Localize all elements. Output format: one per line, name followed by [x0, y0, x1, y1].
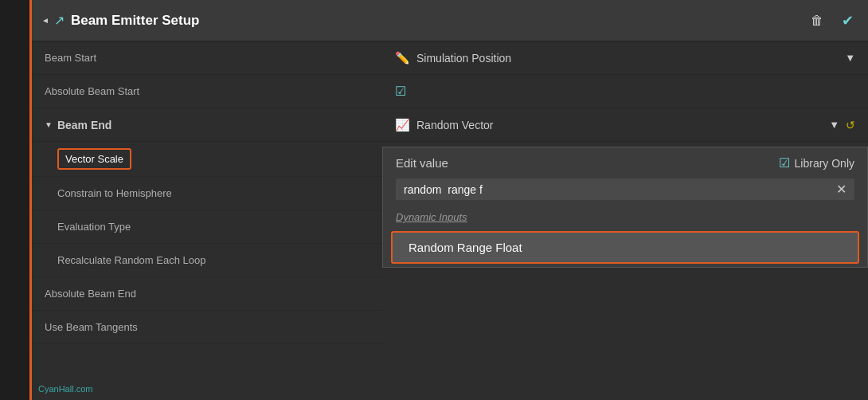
random-vec-dropdown[interactable]: ▼ — [829, 119, 839, 131]
library-only-checkbox[interactable]: ☑ — [779, 155, 790, 171]
header-icon: ↗ — [54, 13, 65, 28]
sim-position-icon: ✏️ — [395, 51, 410, 65]
prop-row-beam-start: Beam Start — [32, 41, 382, 75]
library-only-label: Library Only — [795, 157, 854, 170]
collapse-arrow[interactable]: ◄ — [41, 16, 49, 25]
content-area: Beam Start Absolute Beam Start ▼ Beam En… — [32, 41, 868, 400]
val-row-random-vec: 📈 Random Vector ▼ ↺ — [382, 108, 868, 142]
abs-beam-start-checkbox[interactable]: ☑ — [395, 84, 406, 99]
header-bar: ◄ ↗ Beam Emitter Setup 🗑 ✔ — [32, 0, 868, 41]
prop-label-beam-start: Beam Start — [45, 52, 96, 64]
header-actions: 🗑 ✔ — [806, 10, 858, 32]
prop-label-eval-type: Evaluation Type — [57, 221, 131, 233]
check-button[interactable]: ✔ — [836, 10, 858, 32]
delete-button[interactable]: 🗑 — [806, 10, 828, 32]
val-row-sim-content: ✏️ Simulation Position ▼ — [395, 51, 855, 65]
properties-panel: Beam Start Absolute Beam Start ▼ Beam En… — [32, 41, 382, 400]
section-group-label: Dynamic Inputs — [383, 206, 867, 228]
panel-title: Beam Emitter Setup — [71, 13, 806, 29]
sim-position-dropdown[interactable]: ▼ — [845, 52, 855, 64]
search-bar: ✕ — [396, 178, 854, 200]
prop-row-beam-end: ▼ Beam End — [32, 108, 382, 142]
search-clear-button[interactable]: ✕ — [836, 182, 846, 197]
library-only-section: ☑ Library Only — [779, 155, 854, 171]
prop-row-recalc: Recalculate Random Each Loop — [32, 244, 382, 277]
prop-row-abs-beam-end: Absolute Beam End — [32, 277, 382, 311]
prop-label-beam-tangents: Use Beam Tangents — [45, 321, 138, 333]
val-row-sim-position: ✏️ Simulation Position ▼ — [382, 41, 868, 75]
result-item-random-range-float[interactable]: Random Range Float — [391, 231, 859, 264]
random-vec-undo[interactable]: ↺ — [846, 119, 855, 131]
popup-header: Edit value ☑ Library Only — [383, 147, 867, 178]
prop-row-beam-tangents: Use Beam Tangents — [32, 311, 382, 344]
left-bar — [0, 0, 32, 400]
watermark: CyanHall.com — [38, 384, 92, 394]
random-vec-text: Random Vector — [416, 119, 494, 131]
prop-label-recalc: Recalculate Random Each Loop — [57, 254, 205, 266]
prop-row-eval-type: Evaluation Type — [32, 210, 382, 244]
val-row-random-content: 📈 Random Vector ▼ ↺ — [395, 118, 855, 132]
prop-label-abs-beam-end: Absolute Beam End — [45, 288, 136, 300]
prop-label-constrain: Constrain to Hemisphere — [57, 187, 172, 199]
prop-label-beam-end: Beam End — [57, 119, 111, 131]
values-panel: ✏️ Simulation Position ▼ ☑ 📈 Random Vect… — [382, 41, 868, 400]
search-input[interactable] — [404, 183, 836, 196]
prop-row-constrain: Constrain to Hemisphere — [32, 177, 382, 210]
main-panel: ◄ ↗ Beam Emitter Setup 🗑 ✔ Beam Start Ab… — [32, 0, 868, 400]
sim-position-text: Simulation Position — [416, 52, 511, 65]
val-row-checkbox: ☑ — [382, 75, 868, 108]
prop-label-abs-beam-start: Absolute Beam Start — [45, 85, 139, 97]
random-vec-icon: 📈 — [395, 118, 410, 132]
dropdown-popup: Edit value ☑ Library Only ✕ Dynamic Inpu… — [382, 147, 868, 268]
popup-title: Edit value — [396, 156, 448, 170]
prop-row-vector-scale: Vector Scale — [32, 142, 382, 177]
prop-label-vector-scale: Vector Scale — [57, 148, 131, 170]
prop-row-abs-beam-start: Absolute Beam Start — [32, 75, 382, 108]
beam-end-collapse[interactable]: ▼ — [45, 120, 53, 129]
